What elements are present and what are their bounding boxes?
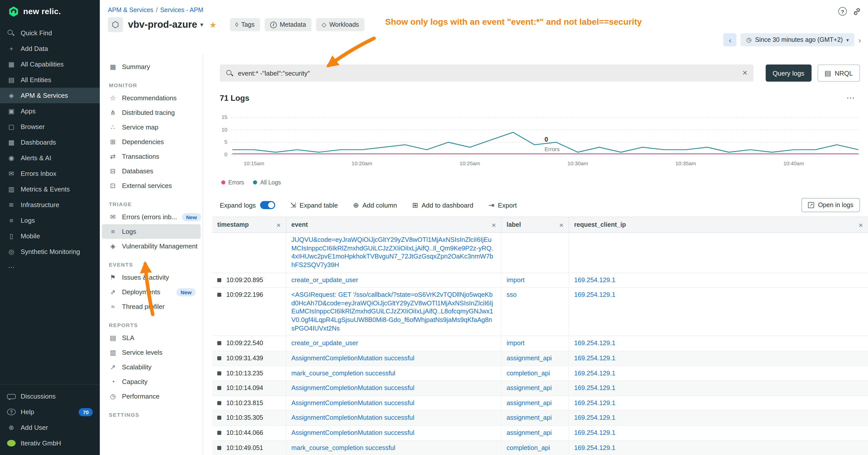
- cell-request-client-ip-link[interactable]: 169.254.129.1: [569, 441, 868, 455]
- log-table-row[interactable]: 10:09:31.439AssignmentCompletionMutation…: [212, 351, 868, 366]
- logs-query-input[interactable]: event:* -"label":"security" ×: [220, 65, 753, 82]
- sidebar-item-logs[interactable]: ≡Logs: [0, 213, 100, 228]
- cell-label-link[interactable]: import: [501, 273, 569, 287]
- log-table-row[interactable]: 10:09:20.895create_or_update_userimport1…: [212, 273, 868, 288]
- panel-collapse-icon[interactable]: ›: [859, 35, 861, 44]
- cell-label-link[interactable]: [501, 233, 569, 272]
- sidebar-item-all-capabilities[interactable]: ▦All Capabilities: [0, 57, 100, 72]
- cell-request-client-ip-link[interactable]: 169.254.129.1: [569, 336, 868, 351]
- cell-event-link[interactable]: create_or_update_user: [286, 273, 501, 287]
- service-nav-item-service-levels[interactable]: ▥Service levels: [102, 345, 200, 360]
- service-nav-item-transactions[interactable]: ⇄Transactions: [102, 149, 200, 164]
- row-marker-icon[interactable]: [217, 342, 221, 346]
- log-table-row[interactable]: 10:09:22.196<ASGIRequest: GET '/sso/call…: [212, 288, 868, 336]
- sidebar-item-more[interactable]: ⋯: [0, 260, 100, 275]
- remove-column-icon[interactable]: ×: [559, 221, 563, 229]
- row-marker-icon[interactable]: [217, 371, 221, 375]
- cell-event-link[interactable]: create_or_update_user: [286, 336, 501, 351]
- cell-event-link[interactable]: AssignmentCompletionMutation successful: [286, 411, 501, 425]
- help-icon[interactable]: ?: [838, 7, 847, 15]
- log-table-row[interactable]: 10:10:23.815AssignmentCompletionMutation…: [212, 396, 868, 411]
- row-marker-icon[interactable]: [217, 446, 221, 450]
- sidebar-item-metrics-events[interactable]: ▥Metrics & Events: [0, 182, 100, 197]
- clear-query-icon[interactable]: ×: [743, 68, 747, 78]
- breadcrumb-link-services-apm[interactable]: Services - APM: [160, 6, 204, 13]
- cell-event-link[interactable]: AssignmentCompletionMutation successful: [286, 396, 501, 411]
- log-table-row[interactable]: 10:10:44.066AssignmentCompletionMutation…: [212, 426, 868, 441]
- sidebar-item-apps[interactable]: ▣Apps: [0, 103, 100, 119]
- row-marker-icon[interactable]: [217, 356, 221, 360]
- row-marker-icon[interactable]: [217, 386, 221, 390]
- service-nav-item-databases[interactable]: ⊟Databases: [102, 164, 200, 178]
- time-picker[interactable]: ◷ Since 30 minutes ago (GMT+2) ▾: [741, 33, 855, 46]
- time-back-button[interactable]: ‹: [723, 33, 737, 46]
- service-nav-item-service-map[interactable]: ∴Service map: [102, 120, 200, 134]
- cell-event-link[interactable]: AssignmentCompletionMutation successful: [286, 426, 501, 440]
- copy-link-icon[interactable]: [853, 7, 861, 15]
- cell-label-link[interactable]: assignment_api: [501, 351, 569, 365]
- sidebar-item-all-entities[interactable]: ▤All Entities: [0, 72, 100, 88]
- log-table-row[interactable]: 10:10:14.094AssignmentCompletionMutation…: [212, 381, 868, 396]
- cell-label-link[interactable]: completion_api: [501, 366, 569, 381]
- open-in-logs-button[interactable]: ↗ Open in logs: [802, 198, 860, 212]
- sidebar-item-errors-inbox[interactable]: ✉Errors Inbox: [0, 166, 100, 182]
- tags-button[interactable]: ◊ Tags: [229, 18, 260, 31]
- cell-event-link[interactable]: mark_course_completion successful: [286, 366, 501, 381]
- cell-event-link[interactable]: <ASGIRequest: GET '/sso/callback/?state=…: [286, 288, 501, 335]
- nrql-button[interactable]: ▤ NRQL: [817, 65, 860, 82]
- service-nav-item-issues-activity[interactable]: ⚑Issues & activity: [102, 270, 200, 285]
- legend-item-errors[interactable]: Errors: [221, 180, 244, 186]
- expand-logs-toggle[interactable]: [260, 201, 275, 209]
- sidebar-item-add-data[interactable]: +Add Data: [0, 41, 100, 57]
- cell-event-link[interactable]: AssignmentCompletionMutation successful: [286, 381, 501, 395]
- cell-label-link[interactable]: assignment_api: [501, 426, 569, 440]
- cell-event-link[interactable]: mark_course_completion successful: [286, 441, 501, 455]
- column-header-request_client_ip[interactable]: request_client_ip×: [569, 217, 868, 232]
- service-nav-item-sla[interactable]: ▤SLA: [102, 330, 200, 345]
- breadcrumb-link-apm-services[interactable]: APM & Services: [108, 6, 154, 13]
- row-marker-icon[interactable]: [217, 416, 221, 420]
- sidebar-item-mobile[interactable]: ▯Mobile: [0, 228, 100, 244]
- cell-label-link[interactable]: sso: [501, 288, 569, 335]
- cell-request-client-ip-link[interactable]: 169.254.129.1: [569, 381, 868, 395]
- sidebar-item-apm-services[interactable]: ◈APM & Services: [0, 88, 100, 103]
- service-nav-item-logs[interactable]: ≡Logs: [102, 224, 200, 239]
- row-marker-icon[interactable]: [217, 401, 221, 405]
- cell-request-client-ip-link[interactable]: [569, 233, 868, 272]
- more-menu-icon[interactable]: ⋯: [846, 93, 855, 103]
- service-nav-item-external-services[interactable]: ⊡External services: [102, 178, 200, 193]
- sidebar-item-infrastructure[interactable]: ≋Infrastructure: [0, 197, 100, 213]
- sidebar-item-synthetic-monitoring[interactable]: ◎Synthetic Monitoring: [0, 244, 100, 260]
- export-button[interactable]: ⇥ Export: [489, 201, 517, 209]
- cell-request-client-ip-link[interactable]: 169.254.129.1: [569, 351, 868, 365]
- row-marker-icon[interactable]: [217, 293, 221, 297]
- favorite-star-icon[interactable]: ★: [210, 20, 217, 30]
- log-table-row[interactable]: JUQVU&code=eyJraWQiOiJjcGltY29yZV8wOTl1M…: [212, 233, 868, 273]
- cell-request-client-ip-link[interactable]: 169.254.129.1: [569, 288, 868, 335]
- log-table-row[interactable]: 10:10:35.305AssignmentCompletionMutation…: [212, 411, 868, 426]
- workloads-button[interactable]: ◇ Workloads: [316, 18, 365, 31]
- remove-column-icon[interactable]: ×: [492, 221, 496, 229]
- add-to-dashboard-button[interactable]: ⊞ Add to dashboard: [412, 201, 473, 209]
- cell-request-client-ip-link[interactable]: 169.254.129.1: [569, 366, 868, 381]
- service-nav-item-dependencies[interactable]: ⊞Dependencies: [102, 134, 200, 149]
- sidebar-item-dashboards[interactable]: ▩Dashboards: [0, 134, 100, 150]
- cell-request-client-ip-link[interactable]: 169.254.129.1: [569, 273, 868, 287]
- service-nav-item-thread-profiler[interactable]: ≈Thread profiler: [102, 299, 200, 314]
- sidebar-item-alerts-ai[interactable]: ◉Alerts & AI: [0, 150, 100, 166]
- cell-event-link[interactable]: JUQVU&code=eyJraWQiOiJjcGltY29yZV8wOTl1M…: [286, 233, 501, 272]
- cell-request-client-ip-link[interactable]: 169.254.129.1: [569, 411, 868, 425]
- cell-label-link[interactable]: assignment_api: [501, 411, 569, 425]
- service-nav-item-distributed-tracing[interactable]: ⋔Distributed tracing: [102, 105, 200, 120]
- sidebar-item-discussions[interactable]: Discussions: [0, 389, 100, 404]
- log-table-row[interactable]: 10:09:22.540create_or_update_userimport1…: [212, 336, 868, 351]
- log-table-row[interactable]: 10:10:49.051mark_course_completion succe…: [212, 441, 868, 455]
- row-marker-icon[interactable]: [217, 278, 221, 282]
- cell-event-link[interactable]: AssignmentCompletionMutation successful: [286, 351, 501, 365]
- metadata-button[interactable]: i Metadata: [265, 18, 311, 31]
- entity-switcher-chevron-icon[interactable]: ▾: [200, 21, 204, 28]
- sidebar-item-add-user[interactable]: ⊕Add User: [0, 420, 100, 435]
- service-nav-item-scalability[interactable]: ↗Scalability: [102, 360, 200, 375]
- log-table-row[interactable]: 10:10:13.235mark_course_completion succe…: [212, 366, 868, 381]
- column-header-event[interactable]: event×: [286, 217, 501, 232]
